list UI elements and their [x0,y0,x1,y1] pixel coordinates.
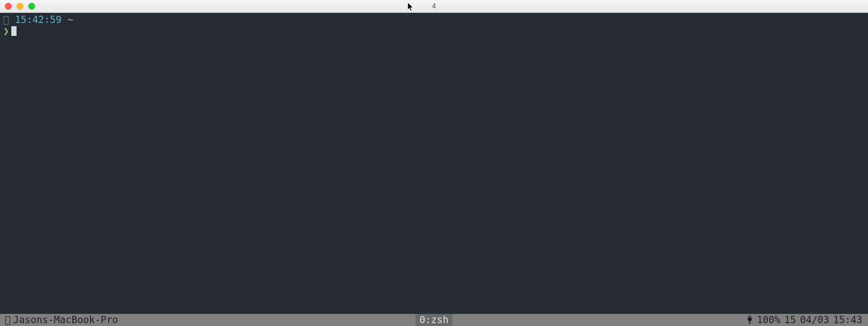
status-day: 15 [784,314,796,326]
text-cursor [11,26,17,36]
session-label: 0:zsh [419,314,449,326]
hostname: Jasons-MacBook-Pro [13,314,118,326]
prompt-path: ~ [62,15,73,26]
close-button[interactable] [5,3,12,10]
zoom-button[interactable] [28,3,35,10]
terminal-area[interactable]:  15:42:59 ~ ❯ [0,13,868,314]
apple-icon:  [5,314,10,326]
apple-icon:  [3,15,15,26]
svg-rect-0 [748,316,749,318]
minimize-button[interactable] [17,3,23,10]
prompt-input-line[interactable]: ❯ [3,26,865,37]
prompt-context-line:  15:42:59 ~ [3,15,865,26]
traffic-lights [5,3,35,10]
svg-rect-3 [749,321,750,324]
statusbar-right: 100% 15 04/03 15:43 [746,314,868,326]
statusbar-left:  Jasons-MacBook-Pro [0,314,118,326]
statusbar-session[interactable]: 0:zsh [415,314,453,326]
prompt-symbol: ❯ [3,26,9,37]
status-date: 04/03 [800,314,829,326]
status-clock: 15:43 [833,314,862,326]
power-plug-icon [746,316,753,324]
svg-rect-2 [748,318,752,321]
svg-rect-1 [750,316,751,318]
prompt-time: 15:42:59 [15,15,62,26]
tmux-statusbar:  Jasons-MacBook-Pro 0:zsh 100% 15 04/03… [0,314,868,326]
titlebar: 4 [0,0,868,13]
window-title: 4 [432,2,436,10]
mouse-cursor-icon [408,2,415,12]
battery-percent: 100% [757,314,780,326]
